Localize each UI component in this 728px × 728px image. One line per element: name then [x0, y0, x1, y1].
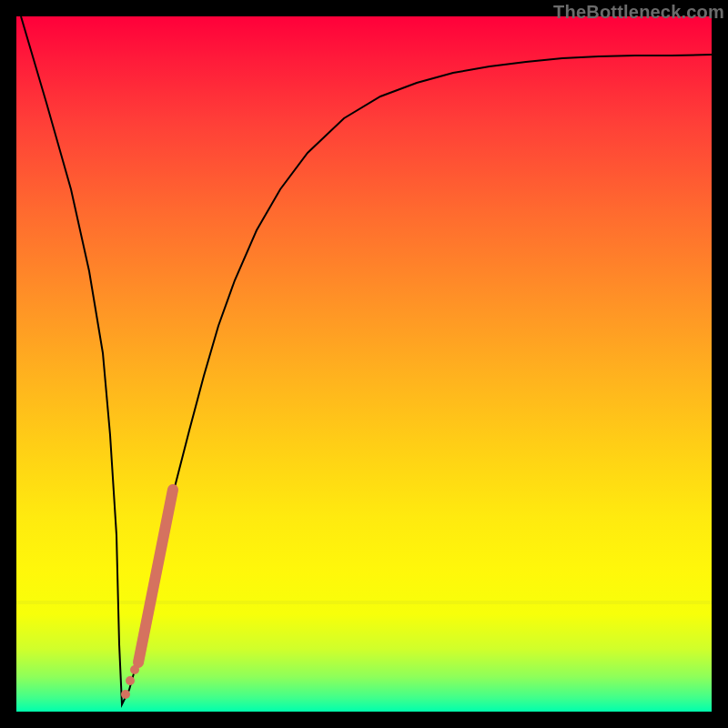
watermark-text: TheBottleneck.com — [553, 0, 728, 23]
highlight-segment — [138, 490, 173, 662]
marker-dot-2 — [126, 676, 135, 685]
bottleneck-curve — [21, 16, 712, 704]
marker-dot-3 — [130, 665, 139, 674]
chart-frame: TheBottleneck.com — [0, 0, 728, 728]
marker-dot-1 — [121, 690, 130, 699]
plot-area — [16, 16, 712, 712]
curve-layer — [16, 16, 712, 712]
